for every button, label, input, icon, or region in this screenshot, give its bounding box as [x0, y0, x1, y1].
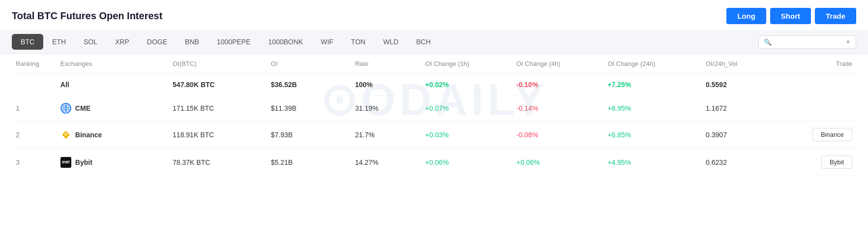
cell-oibtc: 547.80K BTC — [169, 74, 267, 96]
table-header: Ranking Exchanges OI(BTC) OI Rate OI Cha… — [12, 54, 856, 74]
cell-oi: $5.21B — [267, 149, 351, 176]
cell-rate: 31.19% — [351, 96, 421, 121]
coin-tab-eth[interactable]: ETH — [43, 34, 75, 50]
chevron-down-icon: ▼ — [845, 39, 851, 45]
cell-change24h: +7.25% — [603, 74, 702, 96]
page-title: Total BTC Futures Open Interest — [12, 10, 162, 22]
cell-oi: $36.52B — [267, 74, 351, 96]
cell-rate: 21.7% — [351, 121, 421, 149]
cell-oivol: 1.1672 — [702, 96, 786, 121]
cell-change4h: -0.10% — [512, 74, 603, 96]
coin-tabs: BTC ETH SOL XRP DOGE BNB 1000PEPE 1000BO… — [0, 30, 868, 54]
trade-btn-bybit[interactable]: Bybit — [821, 155, 852, 169]
col-exchanges: Exchanges — [57, 54, 169, 74]
trade-btn-binance[interactable]: Binance — [812, 128, 852, 141]
cell-oivol: 0.5592 — [702, 74, 786, 96]
cell-oivol: 0.6232 — [702, 149, 786, 176]
bybit-logo-icon: BYBT — [60, 157, 71, 168]
col-ranking: Ranking — [12, 54, 57, 74]
exchange-name-label: CME — [75, 104, 90, 112]
search-box[interactable]: 🔍 ▼ — [758, 35, 856, 49]
cell-ranking: 3 — [12, 149, 57, 176]
coin-tab-btc[interactable]: BTC — [12, 34, 43, 50]
cell-trade — [786, 74, 856, 96]
cell-oi: $7.93B — [267, 121, 351, 149]
cell-change24h: +4.95% — [603, 149, 702, 176]
cell-trade: Binance — [786, 121, 856, 149]
coin-tab-bnb[interactable]: BNB — [176, 34, 208, 50]
col-oibtc: OI(BTC) — [169, 54, 267, 74]
table-body: All547.80K BTC$36.52B100%+0.02%-0.10%+7.… — [12, 74, 856, 176]
cell-ranking: 2 — [12, 121, 57, 149]
exchange-name-label: All — [60, 81, 69, 89]
cell-exchange: Binance — [57, 121, 169, 149]
long-button[interactable]: Long — [726, 8, 766, 24]
coin-tab-sol[interactable]: SOL — [75, 34, 106, 50]
cell-change1h: +0.03% — [421, 121, 512, 149]
cell-trade — [786, 96, 856, 121]
exchange-name-label: Binance — [75, 131, 102, 139]
cell-oibtc: 78.37K BTC — [169, 149, 267, 176]
col-change1h: OI Change (1h) — [421, 54, 512, 74]
coin-tab-doge[interactable]: DOGE — [138, 34, 176, 50]
cell-rate: 14.27% — [351, 149, 421, 176]
coin-tab-xrp[interactable]: XRP — [106, 34, 138, 50]
cell-change4h: +0.06% — [512, 149, 603, 176]
cell-ranking — [12, 74, 57, 96]
header-buttons: Long Short Trade — [726, 8, 856, 24]
table-row: 1CME171.15K BTC$11.39B31.19%+0.07%-0.14%… — [12, 96, 856, 121]
cell-change1h: +0.07% — [421, 96, 512, 121]
cell-oi: $11.39B — [267, 96, 351, 121]
exchange-name-label: Bybit — [75, 158, 92, 166]
table-row: 2 Binance118.91K BTC$7.93B21.7%+0.03%-0.… — [12, 121, 856, 149]
table-wrapper: Ranking Exchanges OI(BTC) OI Rate OI Cha… — [0, 54, 868, 176]
cell-exchange: CME — [57, 96, 169, 121]
trade-button[interactable]: Trade — [815, 8, 856, 24]
search-input[interactable] — [775, 38, 843, 46]
short-button[interactable]: Short — [770, 8, 811, 24]
cme-logo-icon — [60, 103, 71, 114]
col-change4h: OI Change (4h) — [512, 54, 603, 74]
cell-change24h: +8.95% — [603, 96, 702, 121]
coin-tab-wif[interactable]: WIF — [312, 34, 342, 50]
cell-change1h: +0.06% — [421, 149, 512, 176]
coin-tab-ton[interactable]: TON — [342, 34, 374, 50]
coin-tab-1000pepe[interactable]: 1000PEPE — [208, 34, 260, 50]
coin-tab-1000bonk[interactable]: 1000BONK — [259, 34, 312, 50]
cell-exchange: All — [57, 74, 169, 96]
col-rate: Rate — [351, 54, 421, 74]
data-table: Ranking Exchanges OI(BTC) OI Rate OI Cha… — [12, 54, 856, 176]
cell-oibtc: 171.15K BTC — [169, 96, 267, 121]
cell-oivol: 0.3907 — [702, 121, 786, 149]
col-change24h: OI Change (24h) — [603, 54, 702, 74]
col-trade: Trade — [786, 54, 856, 74]
col-oivol: OI/24h_Vol — [702, 54, 786, 74]
col-oi: OI — [267, 54, 351, 74]
header: Total BTC Futures Open Interest Long Sho… — [0, 0, 868, 30]
cell-oibtc: 118.91K BTC — [169, 121, 267, 149]
cell-exchange: BYBTBybit — [57, 149, 169, 176]
coin-tab-wld[interactable]: WLD — [374, 34, 407, 50]
cell-change4h: -0.08% — [512, 121, 603, 149]
cell-change4h: -0.14% — [512, 96, 603, 121]
cell-rate: 100% — [351, 74, 421, 96]
table-row: 3BYBTBybit78.37K BTC$5.21B14.27%+0.06%+0… — [12, 149, 856, 176]
cell-ranking: 1 — [12, 96, 57, 121]
cell-change1h: +0.02% — [421, 74, 512, 96]
coin-tab-bch[interactable]: BCH — [407, 34, 440, 50]
search-icon: 🔍 — [764, 38, 772, 46]
cell-change24h: +6.85% — [603, 121, 702, 149]
cell-trade: Bybit — [786, 149, 856, 176]
table-row: All547.80K BTC$36.52B100%+0.02%-0.10%+7.… — [12, 74, 856, 96]
page-wrapper: Total BTC Futures Open Interest Long Sho… — [0, 0, 868, 248]
binance-logo-icon — [60, 129, 71, 140]
